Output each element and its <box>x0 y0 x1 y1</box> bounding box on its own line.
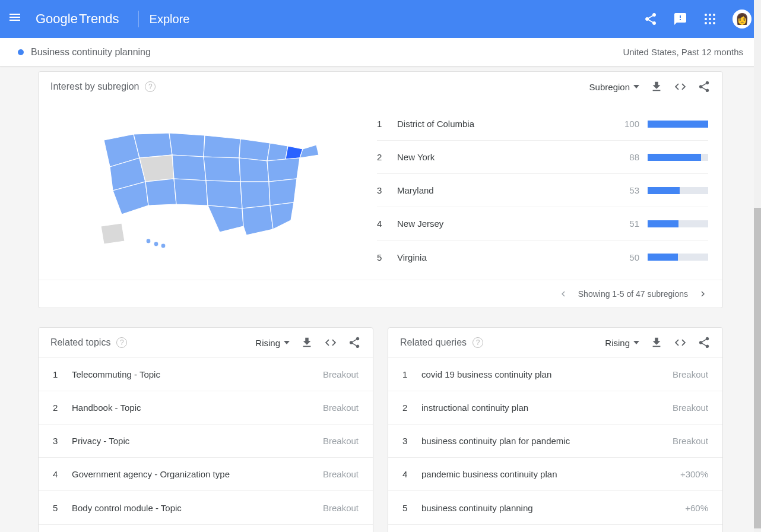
svg-point-3 <box>705 18 707 20</box>
list-item[interactable]: 1 Telecommuting - Topic Breakout <box>39 358 373 391</box>
svg-point-6 <box>705 22 707 24</box>
embed-icon[interactable] <box>324 336 337 349</box>
item-name: Body control module - Topic <box>72 503 323 513</box>
list-item[interactable]: 4 pandemic business continuity plan +300… <box>388 458 722 491</box>
rising-dropdown[interactable]: Rising <box>605 338 639 348</box>
explore-tab[interactable]: Explore <box>150 12 190 26</box>
rising-dropdown[interactable]: Rising <box>255 338 290 348</box>
region-name: Maryland <box>397 185 618 195</box>
search-term[interactable]: Business continuity planning <box>31 47 151 58</box>
download-icon[interactable] <box>300 336 313 349</box>
region-row[interactable]: 2 New York 88 <box>377 141 708 174</box>
list-item[interactable]: 2 Handbook - Topic Breakout <box>39 391 373 425</box>
list-item[interactable]: 3 Privacy - Topic Breakout <box>39 425 373 458</box>
region-row[interactable]: 5 Virginia 50 <box>377 240 708 274</box>
region-row[interactable]: 1 District of Columbia 100 <box>377 107 708 141</box>
region-rank: 5 <box>377 252 389 262</box>
item-rank: 2 <box>53 403 64 413</box>
list-item[interactable]: 5 Body control module - Topic Breakout <box>39 491 373 524</box>
item-value: Breakout <box>323 503 359 513</box>
help-icon[interactable]: ? <box>145 81 156 92</box>
subregion-dropdown[interactable]: Subregion <box>589 82 639 92</box>
download-icon[interactable] <box>650 80 663 93</box>
help-icon[interactable]: ? <box>473 337 483 348</box>
item-rank: 5 <box>53 503 64 513</box>
region-rank: 2 <box>377 152 389 162</box>
item-value: Breakout <box>673 369 708 379</box>
divider <box>138 11 139 27</box>
dropdown-label: Rising <box>255 338 280 348</box>
region-value: 53 <box>618 185 639 195</box>
bar-fill <box>648 220 678 227</box>
region-row[interactable]: 3 Maryland 53 <box>377 174 708 207</box>
item-rank: 4 <box>402 469 413 479</box>
embed-icon[interactable] <box>674 80 687 93</box>
scrollbar[interactable] <box>754 0 761 532</box>
item-name: Government agency - Organization type <box>72 469 323 479</box>
svg-point-0 <box>705 14 707 16</box>
svg-point-5 <box>713 18 715 20</box>
related-topics-card: Related topics ? Rising 1 Telecommuting … <box>38 327 373 532</box>
card-title-text: Related queries <box>400 337 467 348</box>
pager: Showing 1-5 of 47 subregions <box>39 280 722 308</box>
next-icon[interactable] <box>697 289 708 299</box>
filters-summary[interactable]: United States, Past 12 months <box>623 47 743 57</box>
avatar[interactable]: 👩 <box>733 10 752 28</box>
apps-icon[interactable] <box>703 12 717 26</box>
list-item[interactable]: 2 instructional continuity plan Breakout <box>388 391 722 425</box>
dropdown-label: Subregion <box>589 82 630 92</box>
share-icon[interactable] <box>643 12 658 26</box>
region-rank: 3 <box>377 185 389 195</box>
region-value: 50 <box>618 252 639 262</box>
pager-text: Showing 1-5 of 47 subregions <box>578 289 688 299</box>
share-icon[interactable] <box>697 336 711 349</box>
bar-track <box>648 121 708 128</box>
logo[interactable]: Google Trends <box>36 11 119 27</box>
region-rank: 1 <box>377 119 389 129</box>
list-item[interactable]: 5 business continuity planning +60% <box>388 491 722 524</box>
item-value: Breakout <box>323 369 359 379</box>
prev-icon[interactable] <box>558 289 569 299</box>
scrollbar-thumb[interactable] <box>754 208 761 528</box>
region-name: District of Columbia <box>397 119 618 129</box>
region-name: New Jersey <box>397 218 618 229</box>
region-name: New York <box>397 152 618 162</box>
us-map[interactable] <box>39 107 371 274</box>
chevron-down-icon <box>284 341 290 344</box>
item-name: Handbook - Topic <box>72 403 323 413</box>
list-item[interactable]: 4 Government agency - Organization type … <box>39 458 373 491</box>
help-icon[interactable]: ? <box>116 337 127 348</box>
bar-track <box>648 220 708 227</box>
bar-track <box>648 254 708 261</box>
item-name: instructional continuity plan <box>421 403 673 413</box>
menu-icon[interactable] <box>9 12 24 26</box>
item-rank: 4 <box>53 469 64 479</box>
bar-track <box>648 187 708 194</box>
item-rank: 1 <box>402 369 413 379</box>
card-title-text: Interest by subregion <box>50 81 139 92</box>
related-queries-card: Related queries ? Rising 1 covid 19 busi… <box>388 327 723 532</box>
header-actions: 👩 <box>643 10 752 28</box>
region-list: 1 District of Columbia 100 2 New York 88… <box>371 107 722 274</box>
dropdown-label: Rising <box>605 338 630 348</box>
download-icon[interactable] <box>650 336 663 349</box>
share-icon[interactable] <box>697 80 711 93</box>
svg-point-2 <box>713 14 715 16</box>
region-value: 88 <box>618 152 639 162</box>
chevron-down-icon <box>633 85 639 88</box>
svg-point-9 <box>146 239 151 243</box>
bar-fill <box>648 121 708 128</box>
list-item[interactable]: 3 business continuity plan for pandemic … <box>388 425 722 458</box>
embed-icon[interactable] <box>674 336 687 349</box>
item-rank: 3 <box>402 436 413 446</box>
item-name: pandemic business continuity plan <box>421 469 680 479</box>
feedback-icon[interactable] <box>673 12 687 26</box>
logo-google: Google <box>36 11 78 27</box>
bar-fill <box>648 187 680 194</box>
share-icon[interactable] <box>348 336 361 349</box>
list-item[interactable]: 1 covid 19 business continuity plan Brea… <box>388 358 722 391</box>
region-name: Virginia <box>397 252 618 262</box>
region-row[interactable]: 4 New Jersey 51 <box>377 207 708 240</box>
region-value: 51 <box>618 218 639 229</box>
item-value: +300% <box>680 469 708 479</box>
